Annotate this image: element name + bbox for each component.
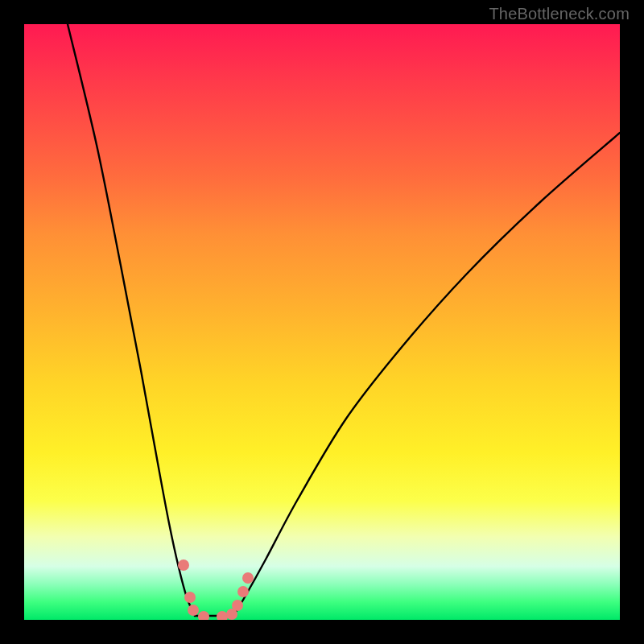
data-marker [188, 605, 199, 616]
data-marker [178, 559, 189, 571]
data-marker [237, 586, 249, 597]
plot-area [24, 24, 620, 620]
watermark-text: TheBottleneck.com [489, 5, 630, 23]
data-marker [198, 611, 209, 620]
chart-svg [24, 24, 620, 620]
outer-frame: TheBottleneck.com [0, 0, 644, 644]
data-marker [217, 611, 228, 620]
data-marker [184, 592, 196, 603]
data-marker [232, 600, 243, 611]
right-curve-path [233, 133, 620, 616]
marker-group [178, 559, 254, 620]
left-curve-path [68, 24, 195, 616]
data-marker [242, 572, 254, 584]
